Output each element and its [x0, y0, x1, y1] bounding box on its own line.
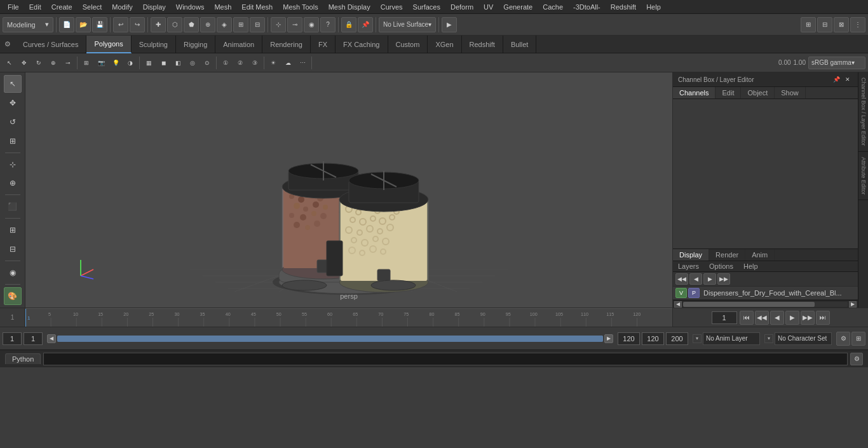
range-handle-right[interactable]: ▶: [604, 334, 613, 343]
lt-scale-tool[interactable]: ⊞: [4, 132, 22, 150]
tab-bullet[interactable]: Bullet: [503, 36, 537, 53]
cb-close-btn[interactable]: ✕: [843, 74, 853, 85]
pb-jump-start[interactable]: ⏮: [740, 311, 754, 325]
lt-rotate-tool[interactable]: ↺: [4, 113, 22, 131]
redo-btn[interactable]: ↪: [130, 17, 145, 32]
ls-track[interactable]: [683, 302, 848, 307]
select-btn[interactable]: ✚: [151, 17, 166, 32]
tab-render[interactable]: Render: [709, 249, 745, 261]
layer-visibility-btn[interactable]: V: [675, 288, 687, 298]
open-scene-btn[interactable]: 📂: [76, 17, 91, 32]
viewport[interactable]: persp: [25, 72, 672, 308]
vp-tex-btn[interactable]: ◧: [171, 56, 185, 70]
layer-arrow-left2[interactable]: ◀: [689, 273, 702, 285]
menu-edit-mesh[interactable]: Edit Mesh: [236, 2, 278, 12]
tab-fx-caching[interactable]: FX Caching: [336, 36, 388, 53]
lt-soft-select[interactable]: ⊹: [4, 156, 22, 173]
menu-help[interactable]: Help: [641, 2, 666, 12]
menu-create[interactable]: Create: [46, 2, 78, 12]
menu-edit[interactable]: Edit: [24, 2, 46, 12]
menu-select[interactable]: Select: [78, 2, 107, 12]
undo-btn[interactable]: ↩: [113, 17, 128, 32]
layout-btn2[interactable]: ⊟: [817, 17, 832, 32]
lt-render-btn[interactable]: 🎨: [4, 287, 22, 305]
new-scene-btn[interactable]: 📄: [59, 17, 74, 32]
lock-btn[interactable]: 🔒: [341, 17, 356, 32]
lt-snap-proj[interactable]: ⊕: [4, 175, 22, 193]
vp-light-btn[interactable]: 💡: [109, 56, 123, 70]
vp-select-btn[interactable]: ↖: [3, 56, 17, 70]
menu-surfaces[interactable]: Surfaces: [408, 2, 445, 12]
pb-jump-end[interactable]: ⏭: [816, 311, 830, 325]
vp-grid-btn[interactable]: ⊞: [79, 56, 93, 70]
snap-btn[interactable]: ⊕: [200, 17, 215, 32]
tab-animation[interactable]: Animation: [215, 36, 262, 53]
vp-rotate-btn[interactable]: ↻: [32, 56, 46, 70]
tab-rigging[interactable]: Rigging: [176, 36, 215, 53]
layout-btn3[interactable]: ⊠: [834, 17, 849, 32]
python-input[interactable]: [43, 353, 848, 365]
paint-btn[interactable]: ⬟: [184, 17, 199, 32]
menu-redshift[interactable]: Redshift: [606, 2, 641, 12]
help-btn[interactable]: ?: [320, 17, 336, 32]
cb-tab-channels[interactable]: Channels: [673, 87, 715, 98]
layer-arrow-left1[interactable]: ◀◀: [675, 273, 688, 285]
pin-btn[interactable]: 📌: [358, 17, 373, 32]
pb-range-end[interactable]: 120: [618, 332, 640, 345]
render-btn[interactable]: ▶: [442, 17, 457, 32]
cb-tab-show[interactable]: Show: [775, 87, 806, 98]
menu-3dtoall[interactable]: -3DtoAll-: [568, 2, 606, 12]
mode-dropdown[interactable]: Modeling ▾: [3, 17, 53, 32]
cb-tab-edit[interactable]: Edit: [715, 87, 741, 98]
pb-extra-btn[interactable]: ⊞: [851, 332, 865, 346]
vp-soft-btn[interactable]: ⊸: [61, 56, 75, 70]
ls-thumb[interactable]: [683, 302, 815, 307]
rotate-btn[interactable]: ⊟: [250, 17, 265, 32]
timeline-current-frame[interactable]: [712, 311, 737, 324]
vp-wire-btn[interactable]: ▦: [142, 56, 156, 70]
cb-pin-btn[interactable]: 📌: [831, 74, 841, 85]
vp-aa-btn[interactable]: ⋯: [295, 56, 309, 70]
lt-show-hide[interactable]: ◉: [4, 264, 22, 282]
ls-right-btn[interactable]: ▶: [849, 301, 857, 308]
vrt-attribute-editor[interactable]: Attribute Editor: [858, 152, 868, 201]
menu-display[interactable]: Display: [138, 2, 171, 12]
vp-res2-btn[interactable]: ②: [233, 56, 247, 70]
menu-cache[interactable]: Cache: [538, 2, 568, 12]
menu-deform[interactable]: Deform: [445, 2, 478, 12]
lasso-btn[interactable]: ⬡: [167, 17, 182, 32]
layer-arrow-right2[interactable]: ▶▶: [717, 273, 730, 285]
tab-fx[interactable]: FX: [311, 36, 336, 53]
vp-ao-btn[interactable]: ☁: [281, 56, 295, 70]
tab-xgen[interactable]: XGen: [428, 36, 461, 53]
lt-sub-div[interactable]: ⊟: [4, 240, 22, 258]
layer-type-btn[interactable]: P: [688, 288, 700, 298]
menu-file[interactable]: File: [3, 2, 24, 12]
anim-layer-arrow[interactable]: ▾: [693, 334, 702, 343]
tab-custom[interactable]: Custom: [388, 36, 428, 53]
char-set-arrow[interactable]: ▾: [764, 334, 773, 343]
menu-modify[interactable]: Modify: [107, 2, 137, 12]
lt-move-tool[interactable]: ✥: [4, 94, 22, 112]
save-scene-btn[interactable]: 💾: [92, 17, 107, 32]
python-settings-icon[interactable]: ⚙: [850, 353, 863, 365]
tabs-gear-icon[interactable]: ⚙: [0, 36, 15, 53]
anim-layer-dropdown[interactable]: No Anim Layer: [703, 332, 760, 345]
menu-windows[interactable]: Windows: [171, 2, 210, 12]
tab-rendering[interactable]: Rendering: [262, 36, 311, 53]
soft-select-btn[interactable]: ⊹: [271, 17, 286, 32]
tab-redshift[interactable]: Redshift: [462, 36, 503, 53]
vp-res1-btn[interactable]: ①: [219, 56, 233, 70]
menu-mesh[interactable]: Mesh: [209, 2, 236, 12]
range-handle-left[interactable]: ◀: [47, 334, 56, 343]
lt-select-tool[interactable]: ↖: [4, 75, 22, 93]
live-surface-dropdown[interactable]: No Live Surface ▾: [379, 17, 436, 32]
pb-frame-start[interactable]: 1: [3, 332, 22, 345]
pb-frame-current[interactable]: 1: [24, 332, 43, 345]
vp-shadow-btn[interactable]: ☀: [266, 56, 280, 70]
subtab-layers[interactable]: Layers: [673, 261, 704, 271]
menu-uv[interactable]: UV: [478, 2, 498, 12]
sym-btn[interactable]: ⊸: [287, 17, 302, 32]
vp-scale-btn[interactable]: ⊕: [46, 56, 60, 70]
vp-res3-btn[interactable]: ③: [248, 56, 262, 70]
